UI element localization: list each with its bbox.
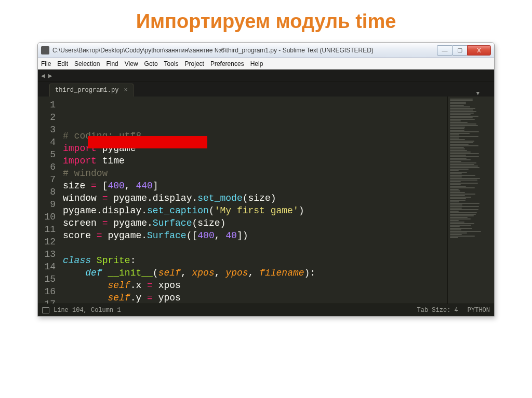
line-number: 5 <box>38 148 56 161</box>
code-line[interactable]: class Sprite: <box>63 254 447 267</box>
highlight-underline <box>88 136 207 148</box>
menu-help[interactable]: Help <box>250 60 263 67</box>
line-number: 3 <box>38 123 56 136</box>
file-tab-label: third_program1.py <box>55 87 118 94</box>
code-line[interactable]: screen = pygame.Surface(size) <box>63 217 447 229</box>
line-number: 12 <box>38 236 56 248</box>
code-line[interactable]: score = pygame.Surface([400, 40]) <box>63 229 447 242</box>
line-number: 4 <box>38 136 56 148</box>
code-line[interactable]: import time <box>63 155 447 167</box>
window-title: C:\Users\Виктор\Desktop\Coddy\python\зан… <box>52 47 437 54</box>
cursor-position: Line 104, Column 1 <box>54 307 121 314</box>
menu-project[interactable]: Project <box>185 60 204 67</box>
code-line[interactable]: window = pygame.display.set_mode(size) <box>63 192 447 204</box>
slide-title: Импортируем модуль time <box>26 10 506 33</box>
line-number: 15 <box>38 273 56 285</box>
tab-close-icon[interactable]: × <box>124 87 127 94</box>
menu-view[interactable]: View <box>125 60 138 67</box>
app-icon <box>41 46 49 54</box>
close-button[interactable]: X <box>467 45 491 56</box>
line-number: 6 <box>38 161 56 173</box>
panel-icon[interactable] <box>42 307 49 313</box>
code-line[interactable]: # window <box>63 167 447 180</box>
statusbar: Line 104, Column 1 Tab Size: 4 PYTHON <box>38 304 494 316</box>
menu-goto[interactable]: Goto <box>144 60 158 67</box>
line-number: 2 <box>38 111 56 123</box>
line-number: 9 <box>38 198 56 211</box>
minimize-button[interactable]: — <box>437 45 453 56</box>
menu-find[interactable]: Find <box>106 60 118 67</box>
code-line[interactable]: self.x = xpos <box>63 279 447 292</box>
menubar: File Edit Selection Find View Goto Tools… <box>38 58 494 70</box>
nav-forward-icon[interactable]: ▶ <box>48 72 52 80</box>
titlebar: C:\Users\Виктор\Desktop\Coddy\python\зан… <box>38 43 494 58</box>
minimap[interactable] <box>447 97 494 304</box>
menu-preferences[interactable]: Preferences <box>210 60 244 67</box>
line-number: 10 <box>38 211 56 223</box>
code-line[interactable]: self.y = ypos <box>63 292 447 304</box>
menu-edit[interactable]: Edit <box>57 60 68 67</box>
line-number: 1 <box>38 99 56 111</box>
line-number: 8 <box>38 186 56 198</box>
tab-dropdown-icon[interactable]: ▼ <box>473 90 483 97</box>
code-line[interactable]: pygame.display.set_caption('My first gam… <box>63 204 447 217</box>
line-number: 13 <box>38 248 56 260</box>
menu-file[interactable]: File <box>41 60 51 67</box>
nav-back-icon[interactable]: ◀ <box>41 72 45 80</box>
tab-size[interactable]: Tab Size: 4 <box>417 307 458 314</box>
file-tab[interactable]: third_program1.py × <box>49 84 134 97</box>
app-window: C:\Users\Виктор\Desktop\Coddy\python\зан… <box>37 42 495 317</box>
tab-row: third_program1.py × ▼ <box>38 82 494 97</box>
syntax-mode[interactable]: PYTHON <box>468 307 490 314</box>
line-number: 11 <box>38 223 56 236</box>
code-line[interactable] <box>63 242 447 254</box>
line-number: 17 <box>38 298 56 304</box>
editor-area: ◀ ▶ third_program1.py × ▼ 12345678910111… <box>38 70 494 316</box>
menu-tools[interactable]: Tools <box>164 60 179 67</box>
line-number: 16 <box>38 285 56 298</box>
maximize-button[interactable]: ▢ <box>452 45 468 56</box>
line-number: 14 <box>38 260 56 273</box>
code-line[interactable]: size = [400, 440] <box>63 180 447 192</box>
line-gutter: 1234567891011121314151617 <box>38 97 63 304</box>
line-number: 7 <box>38 173 56 186</box>
code-editor[interactable]: # coding: utf8import pygameimport time# … <box>63 97 447 304</box>
code-line[interactable]: def __init__(self, xpos, ypos, filename)… <box>63 267 447 279</box>
menu-selection[interactable]: Selection <box>74 60 100 67</box>
